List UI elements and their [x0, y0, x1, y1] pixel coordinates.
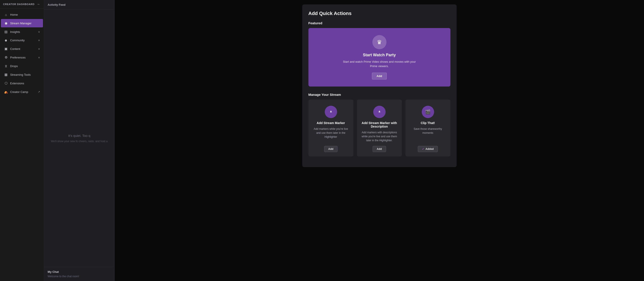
clip-that-check-icon: ✓ [422, 147, 424, 151]
content-arrow: ∨ [38, 48, 40, 50]
watch-party-icon: ♛ [372, 35, 386, 49]
extensions-label: Extensions [10, 82, 40, 85]
clip-that-title: Clip That! [421, 121, 435, 125]
grid-card-add-stream-marker: Add Stream MarkerAdd markers while you'r… [308, 100, 354, 156]
add-stream-marker-desc-title: Add Stream Marker with Description [360, 121, 398, 128]
home-label: Home [10, 13, 40, 16]
sidebar: CREATOR DASHBOARD ← ⌂Home◉Stream Manager… [0, 0, 44, 281]
sidebar-item-content[interactable]: ▣Content∨ [1, 45, 43, 53]
watch-party-title: Start Watch Party [363, 53, 396, 57]
add-stream-marker-desc-button[interactable]: Add [372, 146, 386, 152]
sidebar-item-creator-camp[interactable]: ⛺Creator Camp↗ [1, 88, 43, 96]
featured-card: ♛ Start Watch Party Start and watch Prim… [308, 28, 450, 87]
add-stream-marker-desc: Add markers while you're live and use th… [312, 127, 350, 142]
streaming-tools-label: Streaming Tools [10, 73, 40, 76]
quiet-sub: We'll show your new fo cheers, raids, an… [51, 140, 108, 143]
add-stream-marker-title: Add Stream Marker [316, 121, 345, 125]
sidebar-item-home[interactable]: ⌂Home [1, 11, 43, 19]
add-quick-actions-modal: Add Quick Actions Featured ♛ Start Watch… [302, 5, 456, 167]
grid-card-add-stream-marker-desc: Add Stream Marker with DescriptionAdd ma… [357, 100, 402, 156]
manage-stream-grid: Add Stream MarkerAdd markers while you'r… [308, 100, 450, 156]
sidebar-item-drops[interactable]: ⧖Drops [1, 62, 43, 70]
stream-manager-icon: ◉ [4, 21, 8, 25]
sidebar-item-extensions[interactable]: ⬡Extensions [1, 79, 43, 87]
sidebar-item-stream-manager[interactable]: ◉Stream Manager [1, 19, 43, 27]
preferences-icon: ⚙ [4, 55, 8, 59]
stream-area: Add Quick Actions Featured ♛ Start Watch… [115, 0, 644, 281]
content-label: Content [10, 47, 38, 51]
add-stream-marker-button[interactable]: Add [324, 146, 338, 152]
creator-camp-external-icon: ↗ [38, 91, 40, 93]
sidebar-item-streaming-tools[interactable]: ▦Streaming Tools [1, 70, 43, 79]
insights-arrow: ∨ [38, 31, 40, 33]
sidebar-item-preferences[interactable]: ⚙Preferences∨ [1, 53, 43, 62]
chat-welcome: Welcome to the chat room! [48, 275, 111, 278]
community-icon: ☻ [4, 38, 8, 42]
drops-label: Drops [10, 65, 40, 68]
chat-section: My Chat Welcome to the chat room! [44, 267, 114, 281]
clip-that-button[interactable]: ✓ Added [418, 146, 438, 152]
creator-camp-label: Creator Camp [10, 90, 38, 94]
preferences-label: Preferences [10, 56, 38, 59]
manage-stream-label: Manage Your Stream [308, 93, 450, 97]
extensions-icon: ⬡ [4, 81, 8, 85]
community-arrow: ∨ [38, 39, 40, 42]
home-icon: ⌂ [4, 13, 8, 17]
main-area: Activity Feed It's quiet. Too q We'll sh… [44, 0, 644, 281]
watch-party-desc: Start and watch Prime Video shows and mo… [340, 60, 419, 68]
quiet-message: It's quiet. Too q [68, 134, 90, 138]
grid-card-clip-that: 🎬Clip That!Save those shareworthy moment… [406, 100, 450, 156]
activity-feed-body: It's quiet. Too q We'll show your new fo… [44, 10, 114, 267]
sidebar-title: CREATOR DASHBOARD [3, 3, 34, 6]
sidebar-item-insights[interactable]: ▤Insights∨ [1, 28, 43, 36]
add-stream-marker-desc-desc: Add markers with descriptions while you'… [360, 130, 398, 142]
sidebar-header: CREATOR DASHBOARD ← [0, 0, 44, 9]
chat-title: My Chat [48, 270, 111, 273]
collapse-icon[interactable]: ← [37, 2, 41, 6]
add-stream-marker-icon [325, 106, 337, 118]
activity-feed-header: Activity Feed [44, 0, 114, 10]
content-icon: ▣ [4, 47, 8, 51]
stream-manager-label: Stream Manager [10, 22, 40, 25]
drops-icon: ⧖ [4, 64, 8, 68]
activity-feed-panel: Activity Feed It's quiet. Too q We'll sh… [44, 0, 115, 281]
creator-camp-icon: ⛺ [4, 90, 8, 94]
sidebar-item-community[interactable]: ☻Community∨ [1, 36, 43, 44]
modal-title: Add Quick Actions [308, 11, 450, 16]
clip-that-icon: 🎬 [422, 106, 434, 118]
add-stream-marker-desc-icon [373, 106, 386, 118]
clip-that-desc: Save those shareworthy moments [409, 127, 447, 142]
insights-label: Insights [10, 30, 38, 34]
streaming-tools-icon: ▦ [4, 73, 8, 77]
sidebar-nav: ⌂Home◉Stream Manager▤Insights∨☻Community… [0, 9, 44, 281]
featured-label: Featured [308, 21, 450, 25]
insights-icon: ▤ [4, 30, 8, 34]
content-pane: Activity Feed It's quiet. Too q We'll sh… [44, 0, 644, 281]
preferences-arrow: ∨ [38, 56, 40, 59]
community-label: Community [10, 39, 38, 42]
modal-overlay: Add Quick Actions Featured ♛ Start Watch… [115, 0, 644, 281]
watch-party-add-button[interactable]: Add [372, 73, 387, 80]
